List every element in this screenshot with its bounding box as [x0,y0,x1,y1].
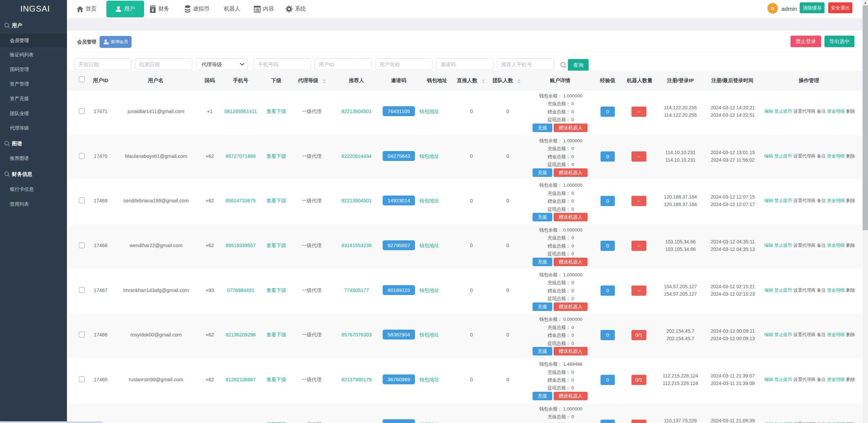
logout-button[interactable]: 安全退出 [828,2,852,13]
invite-code-button[interactable]: 36760969 [383,374,415,384]
view-subordinates-link[interactable]: 查看下级 [259,420,293,423]
action-3[interactable]: 备注 [817,153,826,159]
cell-referrer[interactable]: 83161553239 [334,241,379,250]
nav-item-user[interactable]: 用户 [106,1,144,17]
search-icon[interactable] [560,62,567,68]
exp-badge[interactable]: 0 [601,375,615,385]
nav-item-crypto[interactable]: 虚拟币 [185,0,209,18]
action-0[interactable]: 编辑 [764,377,773,382]
cell-phone[interactable]: 0776984491 [217,286,264,295]
exp-badge[interactable]: 0 [601,286,615,296]
sidebar-item-0-4[interactable]: 资产充值 [0,92,67,105]
cell-phone[interactable]: 85624733675 [217,196,264,205]
view-subordinates-link[interactable]: 查看下级 [259,107,293,116]
action-5[interactable]: 删除 [846,332,855,337]
action-5[interactable]: 删除 [846,109,855,114]
action-3[interactable]: 备注 [817,243,826,248]
phone-input[interactable] [254,58,311,70]
recharge-button[interactable]: 充值 [533,168,552,177]
action-1[interactable]: 禁止提币 [775,109,792,114]
action-2[interactable]: 设置代理商 [794,377,816,382]
query-button[interactable]: 查询 [568,59,589,71]
horizontal-scrollbar-thumb[interactable] [0,421,102,423]
referrer-phone-input[interactable] [497,58,554,70]
exp-badge[interactable] [601,420,615,423]
invite-code-button[interactable]: 76431105 [383,106,415,116]
sidebar-item-2-1[interactable]: 禁用列表 [0,198,67,210]
robot-count-badge[interactable]: -- [631,286,646,296]
sidebar-item-0-2[interactable]: 国码管理 [0,63,67,75]
invite-code-button[interactable]: 80169115 [383,285,415,295]
action-4[interactable]: 资金明细 [827,109,845,114]
sidebar-section-0[interactable]: 用户 [0,19,67,32]
action-0[interactable]: 编辑 [764,198,773,203]
action-4[interactable]: 资金明细 [827,243,845,248]
action-0[interactable]: 编辑 [764,109,773,114]
recharge-button[interactable]: 充值 [533,302,552,311]
cell-referrer[interactable]: 774505177 [334,286,379,295]
recharge-button[interactable]: 充值 [533,347,552,355]
sidebar-item-0-3[interactable]: 资产管理 [0,78,67,90]
cell-phone[interactable] [217,420,264,423]
action-4[interactable]: 资金明细 [827,377,845,382]
username[interactable]: admin [781,0,797,18]
action-5[interactable]: 删除 [846,153,855,159]
cell-referrer[interactable] [334,420,379,423]
action-2[interactable]: 设置代理商 [794,109,816,114]
recharge-button[interactable]: 充值 [533,124,552,132]
view-subordinates-link[interactable]: 查看下级 [259,286,293,295]
user-id-input[interactable] [314,58,372,70]
action-2[interactable]: 设置代理商 [794,332,816,337]
action-5[interactable]: 删除 [846,422,855,423]
nav-item-finance[interactable]: 财务 [150,0,169,18]
vertical-scrollbar-thumb[interactable] [863,5,868,230]
give-robot-button[interactable]: 赠送机器人 [554,213,588,221]
wallet-address-link[interactable]: 钱包地址 [412,241,446,250]
wallet-address-link[interactable]: 钱包地址 [412,286,446,295]
sidebar-section-1[interactable]: 图谱 [0,137,67,150]
action-4[interactable]: 资金明细 [827,198,845,203]
action-2[interactable]: 设置代理商 [794,198,816,203]
robot-count-badge[interactable]: -- [631,196,646,206]
action-2[interactable]: 设置代理商 [794,422,816,423]
nav-item-system[interactable]: 系统 [285,0,306,18]
invite-code-button[interactable]: 92795807 [383,240,415,250]
give-robot-button[interactable]: 赠送机器人 [554,347,588,355]
cell-referrer[interactable]: 82220624434 [334,152,379,161]
view-subordinates-link[interactable]: 查看下级 [259,375,293,384]
wallet-address-link[interactable]: 钱包地址 [412,152,446,161]
agent-level-select[interactable]: 代理等级 [196,58,248,70]
action-3[interactable]: 备注 [817,198,826,203]
cell-referrer[interactable]: 82213504501 [334,196,379,205]
wallet-address-link[interactable]: 钱包地址 [412,420,446,423]
invite-code-button[interactable] [383,419,415,423]
recharge-button[interactable]: 充值 [533,392,552,400]
action-4[interactable]: 资金明细 [827,332,845,337]
action-0[interactable]: 编辑 [764,243,773,248]
nav-item-content[interactable]: 内容 [254,0,274,18]
add-member-button[interactable]: 新增会员 [100,36,132,48]
exp-badge[interactable]: 0 [601,107,615,117]
sidebar-item-0-5[interactable]: 团队业绩 [0,107,67,119]
give-robot-button[interactable]: 赠送机器人 [554,124,588,132]
recharge-button[interactable]: 充值 [533,213,552,221]
action-2[interactable]: 设置代理商 [794,288,816,293]
view-subordinates-link[interactable]: 查看下级 [259,330,293,339]
action-1[interactable]: 禁止提币 [775,332,792,337]
give-robot-button[interactable]: 赠送机器人 [554,302,588,311]
robot-count-badge[interactable]: 0/1 [631,330,646,340]
cell-referrer[interactable]: 85767076303 [334,330,379,339]
cell-phone[interactable]: 081265561411 [217,107,264,116]
wallet-address-link[interactable]: 钱包地址 [412,107,446,116]
action-1[interactable]: 禁止提币 [775,153,792,159]
recharge-button[interactable]: 充值 [533,258,552,266]
exp-badge[interactable]: 0 [601,241,615,251]
start-date-input[interactable] [74,58,132,70]
sidebar-section-2[interactable]: 财务信息 [0,168,67,180]
action-5[interactable]: 删除 [846,198,855,203]
action-5[interactable]: 删除 [846,377,855,382]
exp-badge[interactable]: 0 [601,330,615,340]
view-subordinates-link[interactable]: 查看下级 [259,152,293,161]
invite-code-input[interactable] [436,58,493,70]
exp-badge[interactable]: 0 [601,196,615,206]
